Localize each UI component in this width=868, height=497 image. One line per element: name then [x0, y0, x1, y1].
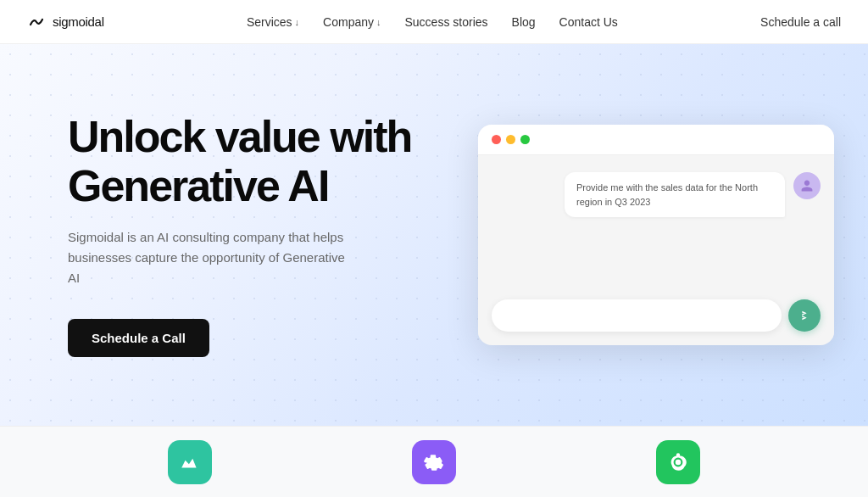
chat-input-row — [492, 299, 821, 332]
hero-content: Unlock value with Generative AI Sigmoida… — [0, 113, 411, 356]
dot-green — [520, 135, 530, 144]
service-icon-settings — [412, 440, 456, 484]
logo-text: sigmoidal — [53, 14, 104, 29]
chat-card-titlebar — [478, 125, 834, 155]
user-icon — [800, 179, 814, 193]
nav-link-company[interactable]: Company ↓ — [323, 15, 381, 29]
logo[interactable]: sigmoidal — [27, 13, 104, 31]
send-icon — [798, 309, 811, 322]
chat-card: Provide me with the sales data for the N… — [478, 125, 834, 345]
hero-subtitle: Sigmoidal is an AI consulting company th… — [68, 227, 356, 288]
nav-links: Services ↓ Company ↓ Success stories Blo… — [247, 15, 618, 29]
logo-icon — [27, 13, 46, 31]
dot-red — [492, 135, 501, 144]
nav-link-success-stories[interactable]: Success stories — [405, 15, 488, 29]
chat-input-box[interactable] — [492, 299, 782, 332]
dot-yellow — [506, 135, 515, 144]
hero-title: Unlock value with Generative AI — [68, 113, 411, 209]
service-icon-ai — [656, 440, 700, 484]
nav-link-blog[interactable]: Blog — [512, 15, 536, 29]
service-icon-analytics — [168, 440, 212, 484]
company-arrow-icon: ↓ — [376, 17, 381, 27]
bottom-section — [0, 426, 868, 497]
navbar: sigmoidal Services ↓ Company ↓ Success s… — [0, 0, 868, 44]
chat-send-button[interactable] — [788, 299, 821, 332]
chat-card-wrapper: Provide me with the sales data for the N… — [478, 125, 834, 345]
hero-cta-button[interactable]: Schedule a Call — [68, 319, 209, 357]
nav-link-services[interactable]: Services ↓ — [247, 15, 299, 29]
ai-icon — [667, 451, 689, 473]
nav-schedule-cta[interactable]: Schedule a call — [760, 15, 841, 29]
settings-icon — [423, 451, 445, 473]
chat-message: Provide me with the sales data for the N… — [492, 172, 821, 217]
chat-bubble: Provide me with the sales data for the N… — [565, 172, 785, 217]
nav-link-contact[interactable]: Contact Us — [559, 15, 618, 29]
services-arrow-icon: ↓ — [295, 17, 300, 27]
hero-section: Unlock value with Generative AI Sigmoida… — [0, 44, 868, 426]
analytics-icon — [179, 451, 201, 473]
chat-avatar — [793, 172, 821, 199]
